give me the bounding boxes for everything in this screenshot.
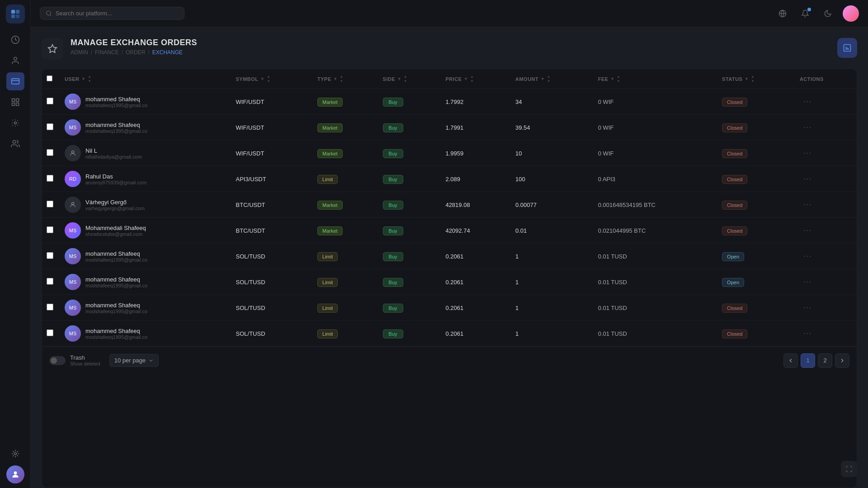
row-checkbox-cell (42, 141, 60, 166)
sidebar-item-orders[interactable] (6, 93, 24, 111)
user-name-5: Mohammedali Shafeeq (85, 225, 146, 231)
pagination-page-2[interactable]: 2 (818, 353, 832, 368)
user-info-3: Rahul Das arunroy875939@gmail.com (85, 173, 146, 185)
notification-icon-btn[interactable] (797, 6, 813, 21)
row-fee-8: 0.01 TUSD (594, 295, 717, 321)
type-filter-icon[interactable]: ▼ (333, 76, 338, 81)
sidebar-item-plugin[interactable] (6, 445, 24, 463)
search-input[interactable] (56, 10, 179, 17)
actions-menu-btn-3[interactable]: ··· (800, 173, 816, 184)
svg-rect-9 (12, 103, 14, 106)
table-row: MS mohammed Shafeeq modshafeeq1995@gmail… (42, 321, 857, 347)
row-checkbox-7[interactable] (47, 278, 53, 285)
type-badge-4: Market (317, 201, 343, 210)
row-checkbox-6[interactable] (47, 252, 53, 259)
breadcrumb-sep3: / (148, 49, 149, 56)
search-box[interactable] (40, 7, 184, 20)
pagination-next[interactable] (835, 353, 849, 368)
actions-menu-btn-6[interactable]: ··· (800, 250, 816, 262)
row-checkbox-1[interactable] (47, 123, 53, 130)
user-name-6: mohammed Shafeeq (85, 250, 147, 257)
topbar-right (775, 5, 859, 22)
row-side-9: Buy (378, 321, 441, 347)
row-symbol-3: API3/USDT (231, 166, 313, 192)
user-avatar[interactable] (6, 465, 24, 483)
user-sort-icons[interactable]: ▲▼ (88, 75, 91, 83)
symbol-filter-icon[interactable]: ▼ (260, 76, 265, 81)
user-info-4: Várhegyi Gergő varhegyigergo@gmail.com (85, 199, 145, 211)
row-actions-8: ··· (795, 295, 857, 321)
actions-menu-btn-8[interactable]: ··· (800, 302, 816, 313)
actions-menu-btn-7[interactable]: ··· (800, 276, 816, 287)
topbar (31, 0, 868, 27)
row-type-9: Limit (313, 321, 378, 347)
row-checkbox-cell (42, 166, 60, 192)
sidebar-item-finance[interactable] (6, 72, 24, 90)
sidebar-item-settings[interactable] (6, 114, 24, 132)
breadcrumb-finance: FINANCE (95, 49, 119, 56)
globe-icon-btn[interactable] (775, 6, 790, 21)
pagination-page-1[interactable]: 1 (801, 353, 815, 368)
row-checkbox-0[interactable] (47, 98, 53, 104)
row-checkbox-cell (42, 218, 60, 244)
row-checkbox-5[interactable] (47, 226, 53, 233)
side-sort-icons[interactable]: ▲▼ (404, 75, 407, 83)
row-actions-7: ··· (795, 269, 857, 295)
actions-menu-btn-9[interactable]: ··· (800, 328, 816, 339)
row-checkbox-cell (42, 244, 60, 269)
table-row: MS mohammed Shafeeq modshafeeq1995@gmail… (42, 89, 857, 115)
row-checkbox-9[interactable] (47, 329, 53, 336)
row-checkbox-8[interactable] (47, 304, 53, 310)
svg-rect-6 (11, 79, 19, 84)
row-checkbox-2[interactable] (47, 149, 53, 156)
user-filter-icon[interactable]: ▼ (81, 76, 86, 81)
row-user-cell: MS mohammed Shafeeq modshafeeq1995@gmail… (60, 89, 231, 115)
row-type-2: Market (313, 141, 378, 166)
actions-menu-btn-2[interactable]: ··· (800, 147, 816, 159)
fee-filter-icon[interactable]: ▼ (610, 76, 615, 81)
actions-menu-btn-4[interactable]: ··· (800, 199, 816, 210)
fee-sort-icons[interactable]: ▲▼ (617, 75, 620, 83)
row-symbol-9: SOL/TUSD (231, 321, 313, 347)
chart-view-button[interactable] (837, 38, 857, 58)
status-badge-8: Closed (722, 304, 747, 313)
amount-filter-icon[interactable]: ▼ (540, 76, 545, 81)
row-amount-6: 1 (511, 244, 594, 269)
user-email-5: showboxtube@gmail.com (85, 231, 146, 237)
side-filter-icon[interactable]: ▼ (397, 76, 401, 81)
per-page-selector[interactable]: 10 per page (109, 354, 159, 367)
actions-menu-btn-5[interactable]: ··· (800, 225, 816, 236)
sidebar-item-admin[interactable] (6, 135, 24, 153)
side-badge-4: Buy (383, 201, 403, 210)
status-badge-7: Open (722, 278, 744, 287)
amount-sort-icons[interactable]: ▲▼ (547, 75, 551, 83)
row-checkbox-3[interactable] (47, 175, 53, 182)
theme-icon-btn[interactable] (820, 6, 835, 21)
row-side-6: Buy (378, 244, 441, 269)
svg-point-14 (14, 471, 17, 474)
symbol-sort-icons[interactable]: ▲▼ (267, 75, 270, 83)
actions-menu-btn-0[interactable]: ··· (800, 96, 816, 107)
sidebar-item-notifications[interactable] (6, 31, 24, 49)
status-filter-icon[interactable]: ▼ (744, 76, 749, 81)
row-amount-8: 1 (511, 295, 594, 321)
user-name-9: mohammed Shafeeq (85, 328, 147, 334)
fullscreen-button[interactable] (841, 461, 857, 477)
app-logo[interactable] (6, 5, 25, 23)
actions-menu-btn-1[interactable]: ··· (800, 122, 816, 133)
col-symbol-label: SYMBOL (236, 76, 259, 82)
type-sort-icons[interactable]: ▲▼ (340, 75, 343, 83)
sidebar-item-users[interactable] (6, 52, 24, 70)
row-side-2: Buy (378, 141, 441, 166)
select-all-checkbox[interactable] (47, 75, 52, 81)
status-sort-icons[interactable]: ▲▼ (751, 75, 755, 83)
show-deleted-toggle[interactable] (49, 356, 66, 365)
price-filter-icon[interactable]: ▼ (464, 76, 468, 81)
svg-rect-1 (15, 10, 19, 14)
topbar-user-avatar[interactable] (843, 5, 859, 22)
row-checkbox-4[interactable] (47, 201, 53, 207)
price-sort-icons[interactable]: ▲▼ (470, 75, 474, 83)
user-avatar-4 (65, 197, 81, 213)
pagination-prev[interactable] (783, 353, 798, 368)
type-badge-7: Limit (317, 278, 338, 287)
